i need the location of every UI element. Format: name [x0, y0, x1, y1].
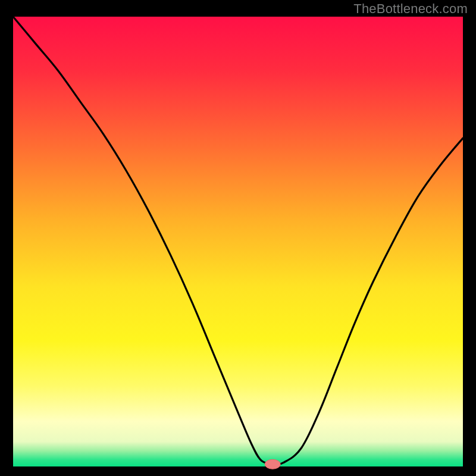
plot-background	[13, 17, 463, 466]
optimal-point-marker	[265, 459, 280, 469]
bottleneck-chart	[0, 0, 476, 476]
chart-frame: TheBottleneck.com	[0, 0, 476, 476]
